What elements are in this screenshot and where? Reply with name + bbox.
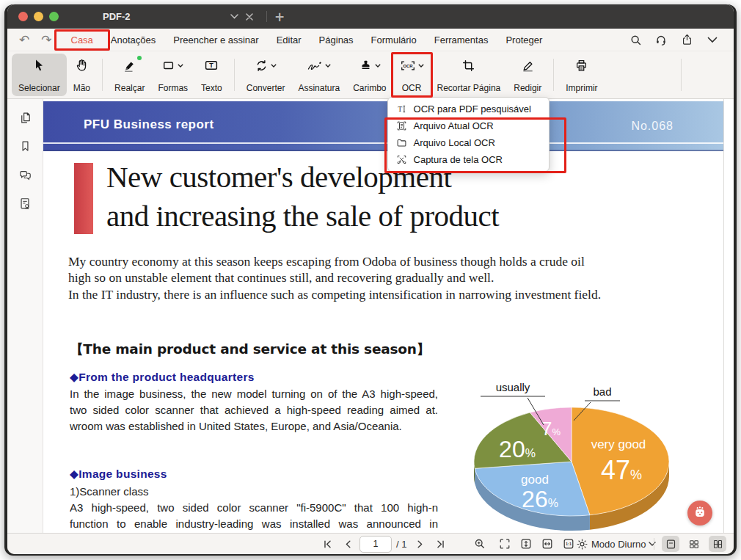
tool-ocr[interactable]: OCR OCR T OCR para PDF pesquisável — [393, 54, 431, 96]
continuous-scroll-view-icon[interactable] — [709, 536, 726, 552]
chevron-down-icon — [418, 64, 424, 68]
svg-text:T: T — [398, 105, 402, 113]
single-page-view-icon[interactable] — [662, 536, 679, 552]
chevron-down-icon — [325, 64, 331, 68]
history-buttons: ↶ ↷ — [19, 34, 52, 46]
display-mode-select[interactable]: Modo Diurno — [577, 534, 656, 554]
signatures-panel-icon[interactable] — [15, 194, 34, 213]
tool-highlight[interactable]: Realçar — [108, 54, 151, 96]
actual-size-icon[interactable]: 1:1 — [560, 536, 577, 552]
new-tab-button[interactable]: + — [274, 10, 285, 24]
chevron-down-icon — [375, 64, 381, 68]
share-icon[interactable] — [677, 31, 696, 48]
display-mode-label: Modo Diurno — [591, 539, 646, 550]
ocr-menu-item-screen-capture[interactable]: Captura de tela OCR — [388, 151, 549, 168]
svg-text:1:1: 1:1 — [566, 542, 572, 546]
bookmarks-panel-icon[interactable] — [15, 137, 34, 156]
svg-text:T: T — [210, 62, 214, 69]
menu-tab-preencher[interactable]: Preencher e assinar — [164, 32, 267, 48]
subsection-2-heading: ◆Image business — [70, 468, 167, 481]
zoom-window-button[interactable] — [49, 12, 59, 21]
fit-height-icon[interactable] — [517, 536, 535, 552]
tool-shapes[interactable]: Formas — [151, 54, 194, 96]
tab-separator — [266, 11, 267, 22]
comments-panel-icon[interactable] — [15, 165, 34, 184]
ai-assistant-button[interactable] — [687, 501, 712, 526]
chevron-down-icon — [178, 64, 183, 68]
body-line: function to enable industry-leading was … — [70, 517, 438, 532]
zoom-controls — [471, 534, 489, 554]
body-line: two sided color scanner that achieved a … — [70, 404, 438, 418]
fit-screen-icon[interactable] — [496, 536, 514, 552]
ocr-menu-item-label: Arquivo Atual OCR — [414, 120, 494, 131]
window-shell: PDF-2 + ↶ ↷ Casa Anotações Preencher — [4, 4, 737, 556]
satisfaction-pie-chart: very good47%good26%20%7%usuallybad — [469, 372, 718, 533]
redo-button[interactable]: ↷ — [41, 34, 51, 46]
zoom-in-icon[interactable] — [471, 536, 489, 552]
ocr-icon: OCR — [400, 57, 424, 73]
ocr-dropdown-menu: T OCR para PDF pesquisável Arquivo Atual… — [387, 97, 550, 172]
traffic-lights — [18, 12, 59, 21]
ocr-menu-item-current-file[interactable]: Arquivo Atual OCR — [388, 117, 549, 134]
stamp-icon — [359, 57, 381, 73]
support-headset-icon[interactable] — [651, 31, 671, 48]
minimize-window-button[interactable] — [34, 12, 43, 21]
fit-controls: 1:1 — [496, 534, 577, 554]
tab-title: PDF-2 — [103, 11, 223, 22]
report-header-banner: PFU Business report No.068 — [43, 101, 723, 151]
fit-width-icon[interactable] — [539, 536, 556, 552]
menu-tab-casa[interactable]: Casa — [62, 32, 102, 48]
screen-capture-icon — [395, 153, 408, 166]
tool-text[interactable]: T Texto — [194, 54, 229, 96]
intro-paragraph: My country economy at this season keeps … — [68, 253, 601, 302]
menu-tab-proteger[interactable]: Proteger — [497, 32, 551, 48]
tool-print[interactable]: Imprimir — [559, 54, 604, 96]
menu-tab-ferramentas[interactable]: Ferramentas — [426, 32, 497, 48]
menu-tab-formulario[interactable]: Formulário — [362, 32, 426, 48]
menu-tab-casa-label: Casa — [71, 34, 93, 46]
body-line: A3 high-speed, two sided color scanner "… — [70, 501, 438, 516]
ocr-menu-item-searchable-pdf[interactable]: T OCR para PDF pesquisável — [388, 101, 549, 117]
text-cursor-icon: T — [395, 103, 408, 115]
tool-signature[interactable]: Assinatura — [291, 54, 346, 96]
svg-text:OCR: OCR — [403, 64, 413, 68]
ocr-menu-item-label: OCR para PDF pesquisável — [414, 103, 531, 114]
printer-icon — [574, 57, 588, 73]
tool-convert[interactable]: Converter — [240, 54, 292, 96]
tool-redact[interactable]: Redigir — [507, 54, 548, 96]
collapse-toolbar-chevron-icon[interactable] — [703, 31, 722, 48]
close-window-button[interactable] — [18, 12, 28, 21]
tab-close-icon[interactable] — [246, 13, 253, 21]
undo-button[interactable]: ↶ — [19, 34, 29, 46]
menu-bar-actions — [626, 31, 722, 48]
body-line: wroom was established in United States, … — [70, 420, 438, 432]
tool-crop-page[interactable]: Recortar Página — [431, 54, 508, 96]
crop-icon — [461, 57, 475, 73]
ocr-menu-item-label: Arquivo Local OCR — [414, 137, 495, 148]
two-page-view-icon[interactable] — [685, 536, 703, 552]
title-bar: PDF-2 + — [7, 4, 734, 29]
menu-tab-paginas[interactable]: Páginas — [310, 32, 362, 48]
tool-select[interactable]: Selecionar — [12, 54, 67, 96]
cursor-icon — [32, 57, 46, 73]
document-tab[interactable]: PDF-2 — [82, 4, 259, 29]
signature-icon — [307, 57, 331, 73]
menu-tab-editar[interactable]: Editar — [268, 32, 310, 48]
previous-page-button[interactable] — [339, 536, 357, 552]
tool-hand[interactable]: Mão — [67, 54, 97, 96]
thumbnails-panel-icon[interactable] — [15, 108, 34, 127]
section-title: 【The main product and service at this se… — [70, 340, 430, 358]
subsection-1-heading: ◆From the product headquarters — [70, 371, 255, 384]
page-number-input[interactable] — [359, 536, 392, 553]
tab-chevron-down-icon[interactable] — [230, 14, 238, 19]
search-icon[interactable] — [626, 31, 645, 48]
ocr-menu-item-local-file[interactable]: Arquivo Local OCR — [388, 134, 549, 151]
ocr-menu-item-label: Captura de tela OCR — [414, 154, 503, 165]
tool-stamp[interactable]: Carimbo — [346, 54, 393, 96]
sun-icon — [577, 539, 588, 550]
last-page-button[interactable] — [431, 536, 449, 552]
next-page-button[interactable] — [411, 536, 428, 552]
text-box-icon: T — [204, 57, 219, 73]
menu-tab-anotacoes[interactable]: Anotações — [102, 32, 164, 48]
first-page-button[interactable] — [318, 536, 336, 552]
